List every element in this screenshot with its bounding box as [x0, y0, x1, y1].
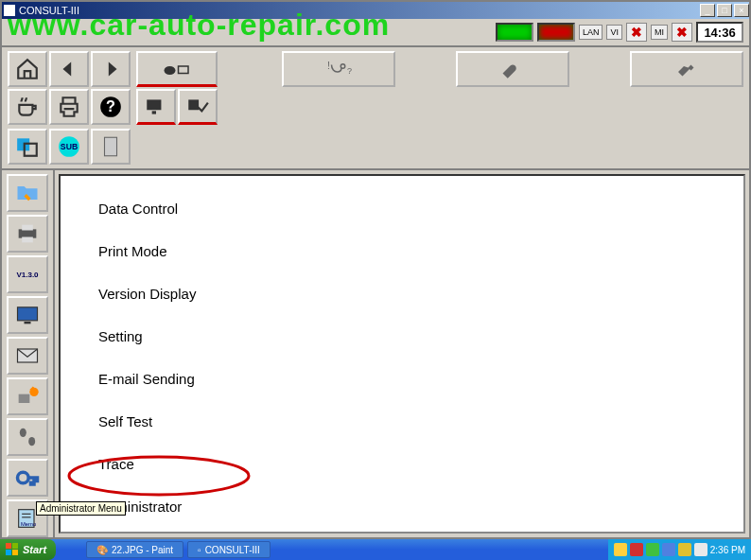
- arrow-left-icon: [55, 57, 83, 81]
- start-button[interactable]: Start: [0, 539, 56, 560]
- menu-item-memo[interactable]: Memo: [98, 528, 743, 537]
- key-icon: [13, 464, 42, 491]
- svg-text:?: ?: [106, 97, 115, 114]
- tray-icon-6[interactable]: [694, 543, 707, 556]
- print-button[interactable]: [49, 89, 89, 125]
- start-label: Start: [23, 544, 46, 555]
- status-bar: LAN VI ✖ MI ✖ 14:36: [2, 19, 749, 47]
- forward-button[interactable]: [91, 51, 131, 87]
- tools-button[interactable]: [630, 51, 743, 87]
- version-button[interactable]: V1.3.0: [7, 255, 48, 293]
- selftest-button[interactable]: [7, 377, 48, 415]
- tray-icon-1[interactable]: [614, 543, 627, 556]
- vi-disconnect-icon[interactable]: ✖: [626, 23, 647, 42]
- consult-task-label: CONSULT-III: [205, 545, 260, 555]
- printer-small-icon: [13, 220, 42, 247]
- svg-point-2: [165, 66, 176, 75]
- minimize-button[interactable]: _: [700, 4, 715, 17]
- tray-icon-2[interactable]: [630, 543, 643, 556]
- email-button[interactable]: [7, 337, 48, 375]
- windows-icon: [13, 134, 42, 159]
- app-window: CONSULT-III _ □ × LAN VI ✖ MI ✖ 14:36: [0, 0, 751, 539]
- envelope-icon: [13, 342, 42, 369]
- menu-item-self-test[interactable]: Self Test: [98, 400, 743, 443]
- mi-disconnect-icon[interactable]: ✖: [672, 23, 692, 42]
- paint-task-label: 22.JPG - Paint: [112, 545, 173, 555]
- menu-item-email-sending[interactable]: E-mail Sending: [98, 358, 743, 400]
- help-button[interactable]: ?: [91, 89, 131, 125]
- left-sidebar: V1.3.0 Memo: [2, 170, 55, 537]
- svg-rect-32: [12, 543, 18, 549]
- status-led-green[interactable]: [496, 23, 533, 42]
- svg-rect-16: [22, 225, 33, 231]
- monitor-icon: [142, 95, 170, 119]
- document-button[interactable]: [91, 129, 131, 165]
- svg-rect-34: [12, 550, 18, 555]
- consult-task-icon: ▫: [198, 545, 201, 555]
- taskbar-item-consult[interactable]: ▫ CONSULT-III: [187, 541, 271, 558]
- monitor-setting-icon: [13, 302, 42, 328]
- repair-button[interactable]: [456, 51, 569, 87]
- screen-button[interactable]: [136, 89, 176, 125]
- svg-rect-31: [6, 543, 11, 549]
- svg-rect-5: [152, 111, 156, 114]
- hammer-icon: [672, 57, 701, 81]
- home-icon: [13, 57, 42, 81]
- wrench-icon: [498, 57, 527, 81]
- setting-button[interactable]: [7, 296, 48, 334]
- svg-rect-3: [179, 66, 189, 74]
- close-button[interactable]: ×: [734, 4, 749, 17]
- data-control-button[interactable]: [7, 174, 48, 212]
- sub-button[interactable]: SUB: [49, 129, 89, 165]
- back-button[interactable]: [49, 51, 89, 87]
- tray-icon-5[interactable]: [678, 543, 691, 556]
- svg-point-8: [341, 64, 345, 69]
- admin-button[interactable]: [7, 459, 48, 497]
- trace-button[interactable]: [7, 418, 48, 456]
- tooltip: Administrator Menu: [36, 501, 126, 516]
- svg-rect-18: [18, 307, 38, 321]
- window-mode-button[interactable]: [8, 129, 47, 165]
- home-button[interactable]: [8, 51, 47, 87]
- system-tray[interactable]: 2:36 PM: [608, 539, 751, 560]
- mi-indicator: MI: [651, 25, 668, 40]
- windows-logo-icon: [6, 543, 19, 556]
- tray-icon-3[interactable]: [646, 543, 659, 556]
- print-mode-button[interactable]: [7, 215, 48, 253]
- break-button[interactable]: [8, 89, 47, 125]
- svg-rect-4: [147, 99, 161, 110]
- menu-item-setting[interactable]: Setting: [98, 315, 743, 358]
- footprints-icon: [13, 424, 42, 450]
- svg-rect-21: [19, 394, 30, 403]
- arrow-right-icon: [96, 57, 125, 81]
- menu-item-print-mode[interactable]: Print Mode: [98, 230, 743, 272]
- page-icon: [96, 134, 125, 159]
- svg-text:SUB: SUB: [61, 142, 78, 151]
- maximize-button[interactable]: □: [717, 4, 732, 17]
- svg-rect-14: [105, 137, 117, 156]
- lan-indicator: LAN: [579, 25, 603, 40]
- connect-button[interactable]: [136, 51, 218, 87]
- svg-rect-19: [25, 322, 31, 324]
- version-label: V1.3.0: [16, 271, 38, 279]
- svg-rect-17: [22, 237, 33, 243]
- svg-point-25: [18, 472, 29, 483]
- tray-clock: 2:36 PM: [710, 545, 745, 555]
- window-title: CONSULT-III: [19, 5, 79, 16]
- menu-panel: Data Control Print Mode Version Display …: [59, 174, 745, 534]
- taskbar-item-paint[interactable]: 🎨 22.JPG - Paint: [86, 541, 183, 558]
- sub-icon: SUB: [55, 134, 83, 159]
- taskbar: Start 🎨 22.JPG - Paint ▫ CONSULT-III 2:3…: [0, 539, 751, 560]
- diagnosis-button[interactable]: !?: [282, 51, 395, 87]
- menu-item-data-control[interactable]: Data Control: [98, 187, 743, 230]
- mouse-connect-icon: [163, 57, 191, 81]
- tray-icon-4[interactable]: [662, 543, 675, 556]
- status-led-red[interactable]: [537, 23, 575, 42]
- vi-indicator: VI: [606, 25, 622, 40]
- check-button[interactable]: [178, 89, 218, 125]
- paint-task-icon: 🎨: [96, 545, 108, 555]
- titlebar: CONSULT-III _ □ ×: [2, 2, 749, 19]
- menu-item-trace[interactable]: Trace: [98, 443, 743, 485]
- menu-item-administrator[interactable]: Administrator: [98, 485, 743, 528]
- menu-item-version-display[interactable]: Version Display: [98, 272, 743, 315]
